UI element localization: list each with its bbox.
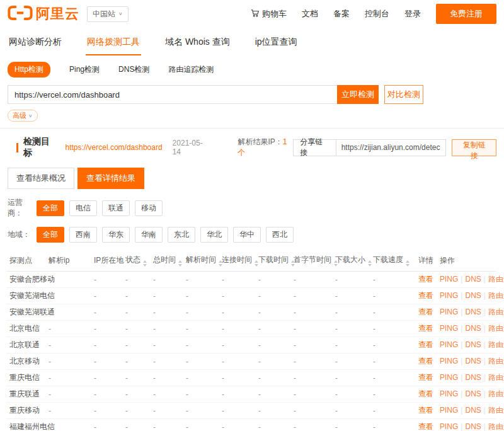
top-link-beian[interactable]: 备案 [333, 8, 350, 20]
register-button[interactable]: 免费注册 [436, 4, 496, 24]
action-dns[interactable]: DNS [465, 307, 481, 316]
detect-tab-4[interactable]: 路由追踪检测 [168, 64, 214, 75]
action-ping[interactable]: PING [440, 340, 458, 349]
action-dns[interactable]: DNS [465, 422, 481, 431]
action-traceroute[interactable]: 路由追踪 [488, 373, 504, 382]
column-header[interactable]: 解析时间 [183, 250, 219, 272]
top-bar: 阿里云 中国站 ∨ 购物车 文档 备案 控制台 登录 免费注册 [0, 0, 504, 28]
action-traceroute[interactable]: 路由追踪 [488, 324, 504, 333]
cart-link[interactable]: 购物车 [250, 8, 287, 20]
action-ping[interactable]: PING [440, 324, 458, 333]
sort-icon[interactable] [406, 260, 410, 267]
filter-option[interactable]: 西北 [266, 227, 294, 243]
section-divider [0, 128, 504, 129]
action-ping[interactable]: PING [440, 307, 458, 316]
filter-option[interactable]: 华东 [102, 227, 130, 243]
action-ping[interactable]: PING [440, 275, 458, 284]
view-detail-link[interactable]: 查看 [418, 324, 433, 333]
action-dns[interactable]: DNS [465, 357, 481, 365]
action-traceroute[interactable]: 路由追踪 [488, 357, 504, 365]
url-input[interactable] [8, 85, 337, 104]
main-tab-4[interactable]: ip位置查询 [254, 33, 299, 55]
column-header[interactable]: 连接时间 [219, 250, 255, 272]
action-traceroute[interactable]: 路由追踪 [488, 422, 504, 431]
view-detail-link[interactable]: 查看 [418, 291, 433, 300]
target-url-link[interactable]: https://vercel.com/dashboard [66, 143, 163, 152]
empty-cell: - [290, 353, 332, 370]
probe-name: 北京联通 [6, 337, 45, 353]
main-tab-2[interactable]: 网络拨测工具 [86, 33, 141, 55]
action-traceroute[interactable]: 路由追踪 [488, 275, 504, 284]
column-header[interactable]: 下载速度 [370, 250, 415, 272]
action-separator: | [484, 324, 486, 333]
sort-icon[interactable] [368, 260, 372, 267]
filter-option[interactable]: 移动 [135, 200, 163, 216]
filter-option[interactable]: 电信 [69, 200, 97, 216]
result-tab-2[interactable]: 查看详情结果 [77, 168, 144, 189]
action-dns[interactable]: DNS [465, 373, 481, 382]
view-detail-link[interactable]: 查看 [418, 357, 433, 365]
view-detail-link[interactable]: 查看 [418, 406, 433, 415]
action-ping[interactable]: PING [440, 389, 458, 398]
table-row: 福建福州电信----------查看PING|DNS|路由追踪 [6, 419, 496, 431]
view-detail-link[interactable]: 查看 [418, 389, 433, 398]
action-traceroute[interactable]: 路由追踪 [488, 389, 504, 398]
detect-tab-1[interactable]: Http检测 [8, 62, 50, 78]
action-ping[interactable]: PING [440, 357, 458, 365]
filter-option[interactable]: 华中 [233, 227, 261, 243]
filter-option[interactable]: 全部 [37, 200, 64, 216]
action-dns[interactable]: DNS [465, 406, 481, 415]
top-link-login[interactable]: 登录 [404, 8, 421, 20]
view-detail-link[interactable]: 查看 [418, 340, 433, 349]
detect-button[interactable]: 立即检测 [337, 85, 379, 104]
action-traceroute[interactable]: 路由追踪 [488, 340, 504, 349]
main-tab-1[interactable]: 网站诊断分析 [8, 33, 63, 55]
action-traceroute[interactable]: 路由追踪 [488, 307, 504, 316]
detect-tab-2[interactable]: Ping检测 [69, 64, 100, 75]
column-header[interactable]: 首字节时间 [290, 250, 332, 272]
filter-option[interactable]: 华南 [135, 227, 163, 243]
copy-link-button[interactable]: 复制链接 [452, 139, 496, 156]
empty-cell: - [332, 370, 370, 386]
column-header[interactable]: 下载时间 [255, 250, 290, 272]
advanced-toggle[interactable]: 高级 ∨ [8, 110, 38, 122]
sort-icon[interactable] [143, 260, 147, 267]
action-cell: PING|DNS|路由追踪 [437, 288, 496, 304]
view-detail-link[interactable]: 查看 [418, 275, 433, 284]
action-dns[interactable]: DNS [465, 324, 481, 333]
view-detail-link[interactable]: 查看 [418, 422, 433, 431]
sort-icon[interactable] [178, 260, 182, 267]
compare-button[interactable]: 对比检测 [384, 85, 423, 104]
action-ping[interactable]: PING [440, 406, 458, 415]
action-dns[interactable]: DNS [465, 389, 481, 398]
filter-option[interactable]: 东北 [168, 227, 195, 243]
column-header[interactable]: 下载大小 [332, 250, 370, 272]
filter-option[interactable]: 华北 [200, 227, 228, 243]
action-ping[interactable]: PING [440, 373, 458, 382]
column-header: 详情 [415, 250, 437, 272]
action-dns[interactable]: DNS [465, 275, 481, 284]
main-tab-3[interactable]: 域名 Whois 查询 [164, 33, 231, 55]
view-detail-link[interactable]: 查看 [418, 373, 433, 382]
filter-option[interactable]: 西南 [69, 227, 97, 243]
action-ping[interactable]: PING [440, 291, 458, 300]
top-link-console[interactable]: 控制台 [365, 8, 389, 20]
action-dns[interactable]: DNS [465, 291, 481, 300]
action-traceroute[interactable]: 路由追踪 [488, 291, 504, 300]
detect-tab-3[interactable]: DNS检测 [118, 64, 149, 75]
column-label: 首字节时间 [294, 255, 331, 264]
filter-option[interactable]: 全部 [37, 227, 64, 243]
view-detail-link[interactable]: 查看 [418, 307, 433, 316]
advanced-label: 高级 [13, 111, 26, 120]
filter-option[interactable]: 联通 [102, 200, 130, 216]
result-tab-1[interactable]: 查看结果概况 [8, 168, 74, 189]
column-header[interactable]: 状态 [122, 250, 150, 272]
aliyun-logo[interactable]: 阿里云 [8, 4, 79, 23]
column-header[interactable]: 总时间 [150, 250, 183, 272]
top-link-docs[interactable]: 文档 [302, 8, 318, 20]
share-url-input[interactable] [336, 140, 446, 156]
region-selector[interactable]: 中国站 ∨ [87, 6, 129, 22]
action-traceroute[interactable]: 路由追踪 [488, 406, 504, 415]
action-ping[interactable]: PING [440, 422, 458, 431]
action-dns[interactable]: DNS [465, 340, 481, 349]
